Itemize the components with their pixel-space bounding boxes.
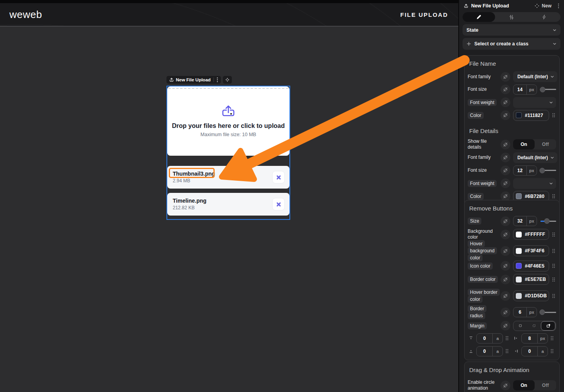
- color-swatch[interactable]: [516, 277, 522, 282]
- color-input[interactable]: #F3F4F6: [513, 245, 549, 256]
- margin-top-value[interactable]: 0: [477, 336, 492, 341]
- unit-toggle[interactable]: a: [537, 347, 548, 356]
- remove-file-button[interactable]: [272, 198, 285, 210]
- margin-mode-all[interactable]: [513, 321, 527, 331]
- bind-icon[interactable]: [501, 381, 510, 390]
- color-input[interactable]: #E5E7EB: [513, 274, 549, 285]
- margin-mode-axis[interactable]: [527, 321, 541, 331]
- color-input[interactable]: #111827: [513, 110, 549, 121]
- color-input[interactable]: #4F46E5: [513, 261, 549, 272]
- slider-knob[interactable]: [544, 218, 550, 224]
- dropzone[interactable]: Drop your files here or click to upload …: [167, 86, 289, 156]
- unit-toggle[interactable]: px: [526, 216, 537, 226]
- margin-left-input[interactable]: 8 px: [521, 333, 548, 343]
- toggle-on[interactable]: On: [513, 380, 535, 390]
- font-size-input[interactable]: 12 px: [513, 165, 537, 176]
- color-swatch[interactable]: [516, 248, 522, 254]
- bind-icon[interactable]: [501, 140, 510, 149]
- show-file-details-toggle[interactable]: On Off: [513, 139, 556, 149]
- color-swatch[interactable]: [516, 263, 522, 269]
- unit-toggle[interactable]: px: [526, 166, 537, 175]
- drag-handle-icon[interactable]: [552, 293, 555, 298]
- bind-icon[interactable]: [501, 85, 510, 94]
- bind-icon[interactable]: [501, 307, 510, 317]
- font-size-input[interactable]: 14 px: [513, 85, 537, 95]
- font-size-value[interactable]: 14: [513, 87, 526, 92]
- color-swatch[interactable]: [516, 193, 522, 199]
- bind-icon[interactable]: [501, 165, 510, 175]
- bind-icon[interactable]: [501, 97, 510, 107]
- color-swatch[interactable]: [516, 232, 522, 237]
- color-input[interactable]: #D1D5DB: [513, 290, 549, 301]
- unit-toggle[interactable]: a: [492, 347, 503, 356]
- remove-file-button[interactable]: [272, 171, 285, 183]
- color-input[interactable]: #FFFFFF: [513, 229, 549, 240]
- toggle-on[interactable]: On: [513, 139, 535, 149]
- drag-handle-icon[interactable]: [552, 277, 555, 282]
- slider-knob[interactable]: [539, 168, 545, 173]
- margin-right-input[interactable]: 0 a: [521, 346, 548, 356]
- slider-knob[interactable]: [540, 309, 545, 315]
- bind-icon[interactable]: [501, 275, 510, 284]
- drag-handle-icon[interactable]: [552, 232, 555, 237]
- color-swatch[interactable]: [516, 293, 522, 299]
- bind-icon[interactable]: [501, 153, 510, 162]
- drag-handle-icon[interactable]: [552, 113, 555, 118]
- tab-workflows[interactable]: [528, 12, 560, 22]
- tab-settings[interactable]: [495, 12, 528, 22]
- drag-handle-icon[interactable]: [550, 336, 554, 341]
- margin-mode-sides[interactable]: [541, 321, 555, 331]
- color-swatch[interactable]: [516, 112, 522, 118]
- unit-toggle[interactable]: px: [537, 334, 548, 343]
- editor-canvas[interactable]: weweb FILE UPLOAD New File Upload Drop y…: [0, 0, 458, 392]
- bind-icon[interactable]: [501, 216, 510, 226]
- size-slider[interactable]: [540, 218, 556, 224]
- margin-top-input[interactable]: 0 a: [476, 333, 503, 343]
- unit-toggle[interactable]: px: [526, 307, 537, 317]
- bind-icon[interactable]: [501, 321, 510, 331]
- margin-right-value[interactable]: 0: [522, 349, 537, 354]
- unit-toggle[interactable]: px: [526, 85, 537, 94]
- bind-icon[interactable]: [501, 246, 510, 256]
- selected-element-label[interactable]: New File Upload: [166, 76, 221, 84]
- border-radius-input[interactable]: 6 px: [513, 307, 537, 317]
- margin-bottom-input[interactable]: 0 a: [476, 346, 503, 356]
- drag-handle-icon[interactable]: [552, 263, 555, 268]
- unit-toggle[interactable]: a: [492, 334, 503, 343]
- border-radius-slider[interactable]: [540, 309, 556, 315]
- drag-handle-icon[interactable]: [505, 336, 509, 341]
- drag-handle-icon[interactable]: [552, 194, 555, 199]
- new-button[interactable]: New: [535, 3, 551, 9]
- drag-handle-icon[interactable]: [550, 349, 554, 354]
- bind-icon[interactable]: [501, 178, 510, 188]
- font-size-value[interactable]: 12: [513, 168, 526, 173]
- bind-icon[interactable]: [501, 291, 510, 301]
- ai-assistant-button[interactable]: [223, 76, 232, 84]
- font-weight-select[interactable]: [513, 178, 556, 189]
- toggle-off[interactable]: Off: [535, 139, 556, 149]
- drag-handle-icon[interactable]: [505, 349, 509, 354]
- font-family-select[interactable]: Default (Inter): [513, 152, 557, 163]
- size-input[interactable]: 32 px: [513, 216, 537, 226]
- bind-icon[interactable]: [501, 72, 510, 82]
- toggle-off[interactable]: Off: [535, 380, 556, 390]
- bind-icon[interactable]: [501, 110, 510, 120]
- font-size-slider[interactable]: [540, 168, 556, 173]
- bind-icon[interactable]: [501, 230, 510, 239]
- enable-circle-animation-toggle[interactable]: On Off: [513, 380, 556, 390]
- slider-knob[interactable]: [540, 87, 545, 92]
- margin-bottom-value[interactable]: 0: [477, 349, 492, 354]
- state-selector[interactable]: State: [463, 24, 560, 36]
- bind-icon[interactable]: [501, 261, 510, 271]
- margin-left-value[interactable]: 8: [522, 336, 537, 341]
- border-radius-value[interactable]: 6: [513, 309, 526, 315]
- class-selector[interactable]: Select or create a class: [463, 38, 560, 50]
- size-value[interactable]: 32: [513, 218, 526, 224]
- kebab-menu-icon[interactable]: [217, 77, 218, 83]
- font-weight-select[interactable]: [513, 97, 556, 108]
- kebab-menu-icon[interactable]: [558, 3, 559, 9]
- tab-style[interactable]: [463, 12, 495, 22]
- font-size-slider[interactable]: [540, 87, 556, 92]
- font-family-select[interactable]: Default (Inter): [513, 71, 557, 82]
- drag-handle-icon[interactable]: [552, 248, 555, 254]
